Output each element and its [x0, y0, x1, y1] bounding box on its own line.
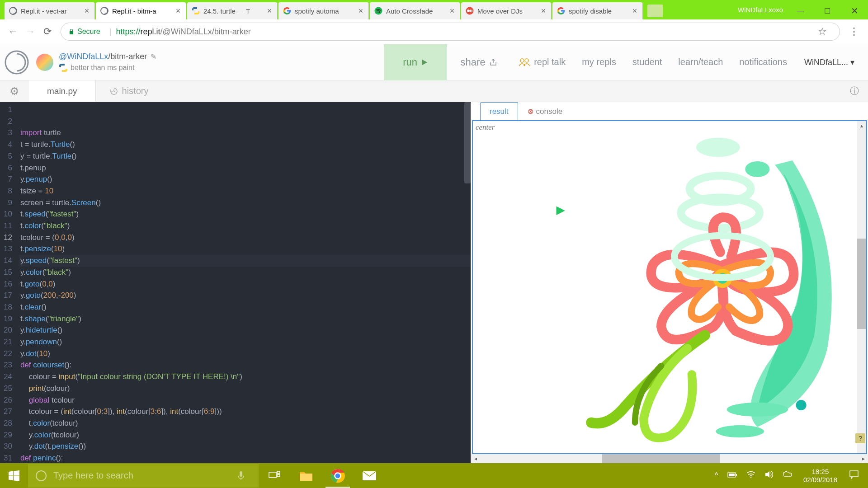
replit-logo[interactable]	[5, 50, 29, 75]
task-view-button[interactable]	[259, 463, 290, 488]
taskbar-file-explorer[interactable]	[290, 463, 322, 488]
tab-close-icon[interactable]: ×	[358, 8, 364, 14]
settings-gear-icon[interactable]: ⚙	[0, 80, 29, 102]
window-close-button[interactable]: ✕	[841, 2, 868, 19]
code-line-10[interactable]: tcolour = (0,0,0)	[19, 232, 471, 244]
code-line-27[interactable]: t.color(tcolour)	[19, 418, 471, 429]
browser-tab-3[interactable]: spotify automa×	[278, 2, 369, 19]
code-line-20[interactable]: y.dot(10)	[19, 348, 471, 360]
turtle-canvas[interactable]: center	[472, 120, 867, 454]
scroll-right-arrow-icon[interactable]: ▸	[859, 454, 868, 463]
output-tab-result[interactable]: result	[480, 102, 518, 120]
browser-tab-4[interactable]: Auto Crossfade×	[370, 2, 460, 19]
taskbar-search[interactable]: Type here to search	[28, 464, 259, 488]
scroll-up-arrow-icon[interactable]: ▴	[857, 121, 866, 130]
wifi-icon[interactable]	[742, 471, 760, 480]
microphone-icon[interactable]	[237, 470, 245, 481]
action-center-icon[interactable]	[844, 470, 864, 482]
code-line-26[interactable]: tcolour = (int(colour[0:3]), int(colour[…	[19, 406, 471, 418]
secure-indicator[interactable]: Secure	[68, 28, 100, 36]
code-line-3[interactable]: y = turtle.Turtle()	[19, 150, 471, 162]
output-horizontal-scroll-thumb[interactable]	[602, 454, 720, 463]
reload-button[interactable]: ⟳	[39, 23, 56, 40]
svg-point-17	[727, 403, 788, 417]
nav-student[interactable]: student	[624, 57, 670, 67]
bookmark-star-icon[interactable]: ☆	[818, 26, 827, 38]
browser-tab-5[interactable]: Move over DJs×	[461, 2, 552, 19]
tray-chevron-icon[interactable]: ^	[710, 471, 722, 480]
start-button[interactable]	[0, 463, 28, 488]
share-button[interactable]: share	[447, 44, 510, 80]
browser-tab-1[interactable]: Repl.it - bitm-a×	[96, 2, 186, 19]
output-vertical-scroll-thumb[interactable]	[857, 239, 866, 329]
taskbar-mail[interactable]	[354, 463, 385, 488]
code-line-7[interactable]: screen = turtle.Screen()	[19, 197, 471, 209]
output-tab-console[interactable]: ⊗console	[518, 102, 572, 120]
code-line-4[interactable]: t.penup	[19, 162, 471, 174]
code-line-28[interactable]: y.color(tcolour)	[19, 429, 471, 441]
code-line-17[interactable]: t.shape("triangle")	[19, 313, 471, 325]
window-minimize-button[interactable]: —	[787, 2, 814, 19]
tab-close-icon[interactable]: ×	[175, 8, 181, 14]
tab-close-icon[interactable]: ×	[266, 8, 273, 14]
forward-button[interactable]: →	[22, 23, 39, 40]
browser-tab-6[interactable]: spotify disable×	[552, 2, 643, 19]
new-tab-button[interactable]	[647, 5, 663, 17]
code-line-24[interactable]: print(colour)	[19, 383, 471, 394]
battery-icon[interactable]	[723, 471, 742, 480]
tab-close-icon[interactable]: ×	[84, 8, 90, 14]
code-line-12[interactable]: y.speed("fastest")	[19, 255, 471, 267]
help-icon[interactable]: ?	[855, 433, 865, 443]
volume-icon[interactable]	[760, 470, 778, 481]
file-tab-main[interactable]: main.py	[29, 80, 96, 102]
taskbar-clock[interactable]: 18:25 02/09/2018	[797, 468, 844, 484]
tab-close-icon[interactable]: ×	[632, 8, 638, 14]
editor-scrollbar-thumb[interactable]	[464, 102, 471, 183]
code-line-15[interactable]: y.goto(200,-200)	[19, 290, 471, 301]
output-horizontal-scrollbar[interactable]: ◂ ▸	[471, 454, 868, 463]
code-line-11[interactable]: t.pensize(10)	[19, 243, 471, 255]
code-line-18[interactable]: y.hideturtle()	[19, 324, 471, 336]
user-avatar[interactable]	[36, 54, 53, 71]
code-line-2[interactable]: t = turtle.Turtle()	[19, 139, 471, 150]
code-content[interactable]: import turtlet = turtle.Turtle()y = turt…	[19, 102, 471, 463]
tab-close-icon[interactable]: ×	[540, 8, 547, 14]
scroll-left-arrow-icon[interactable]: ◂	[471, 454, 480, 463]
code-line-9[interactable]: t.color("black")	[19, 220, 471, 232]
edit-name-icon[interactable]: ✎	[151, 52, 156, 61]
run-button[interactable]: run	[384, 44, 447, 80]
code-line-22[interactable]: def colourset():	[19, 359, 471, 371]
code-line-19[interactable]: y.pendown()	[19, 336, 471, 348]
code-line-8[interactable]: t.speed("fastest")	[19, 208, 471, 220]
code-line-31[interactable]: def peninc():	[19, 452, 471, 463]
address-bar[interactable]: Secure | https://repl.it/@WiNDfaLLx/bitm…	[61, 23, 840, 41]
repl-owner-handle[interactable]: @WiNDfaLLx	[59, 52, 108, 61]
onedrive-icon[interactable]	[778, 471, 797, 480]
browser-profile-name[interactable]: WiNDfaLLxoxo	[738, 6, 783, 14]
code-line-25[interactable]: global tcolour	[19, 394, 471, 406]
code-line-16[interactable]: t.clear()	[19, 301, 471, 313]
browser-tab-2[interactable]: 24.5. turtle — T×	[187, 2, 278, 19]
tab-close-icon[interactable]: ×	[449, 8, 455, 14]
nav-notifications[interactable]: notifications	[731, 57, 795, 67]
user-menu-dropdown[interactable]: WiNDfaLL... ▾	[795, 57, 863, 67]
google-favicon-icon	[557, 7, 565, 15]
code-line-1[interactable]: import turtle	[19, 127, 471, 139]
taskbar-chrome[interactable]	[322, 463, 354, 488]
code-line-23[interactable]: colour = input("Input colour string (DON…	[19, 371, 471, 383]
info-icon[interactable]: ⓘ	[850, 85, 859, 97]
code-line-6[interactable]: tsize = 10	[19, 185, 471, 197]
nav-my-repls[interactable]: my repls	[574, 57, 624, 67]
window-maximize-button[interactable]: ☐	[814, 2, 841, 19]
nav-learn-teach[interactable]: learn/teach	[670, 57, 731, 67]
browser-menu-button[interactable]: ⋮	[844, 26, 863, 38]
history-tab[interactable]: history	[96, 80, 162, 102]
code-line-5[interactable]: y.penup()	[19, 174, 471, 185]
code-line-13[interactable]: y.color("black")	[19, 267, 471, 278]
code-line-29[interactable]: y.dot(t.pensize())	[19, 441, 471, 452]
browser-tab-0[interactable]: Repl.it - vect-ar×	[5, 2, 95, 19]
back-button[interactable]: ←	[5, 23, 22, 40]
code-line-14[interactable]: t.goto(0,0)	[19, 278, 471, 290]
nav-repl-talk[interactable]: repl talk	[510, 57, 574, 67]
code-editor[interactable]: 1234567891011121314151617181920212223242…	[0, 102, 471, 463]
